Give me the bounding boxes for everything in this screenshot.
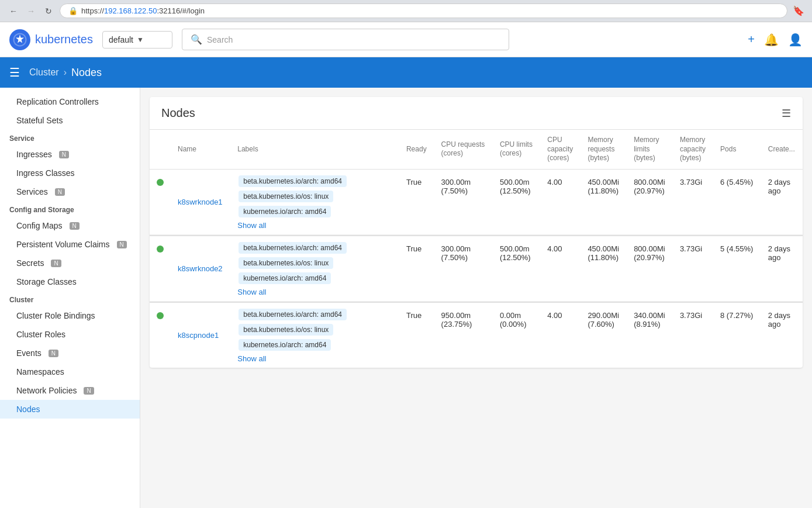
menu-icon[interactable]: ☰ (9, 65, 20, 80)
url-host: 192.168.122.50 (104, 6, 157, 15)
sidebar-label: Storage Classes (16, 277, 77, 286)
sidebar-badge-config-maps: N (70, 222, 80, 230)
memory-capacity-cell: 3.73Gi (673, 169, 713, 234)
cpu-requests-cell: 300.00m (7.50%) (434, 169, 493, 234)
sidebar-item-cluster-role-bindings[interactable]: Cluster Role Bindings (0, 306, 140, 325)
sidebar-item-ingress-classes[interactable]: Ingress Classes (0, 164, 140, 182)
sidebar-label: Events (16, 348, 42, 358)
label-chip: beta.kubernetes.io/arch: amd64 (239, 242, 347, 254)
status-cell (150, 302, 171, 368)
name-cell: k8swrknode1 (171, 169, 230, 234)
cpu-requests-cell: 300.00m (7.50%) (434, 236, 493, 302)
node-name-link[interactable]: k8scpnode1 (178, 331, 219, 340)
label-chip: beta.kubernetes.io/arch: amd64 (239, 309, 347, 320)
search-placeholder: Search (207, 35, 233, 44)
sidebar-label: Services (16, 187, 48, 196)
label-chip: beta.kubernetes.io/os: linux (239, 191, 333, 202)
user-account-icon[interactable]: 👤 (788, 33, 803, 47)
url-text: https://192.168.122.50:32116/#/login (81, 6, 205, 15)
url-bar[interactable]: 🔒 https://192.168.122.50:32116/#/login (60, 4, 787, 18)
lock-icon: 🔒 (68, 6, 78, 15)
sidebar-item-persistent-volume-claims[interactable]: Persistent Volume Claims N (0, 235, 140, 254)
filter-icon[interactable]: ☰ (782, 107, 791, 120)
col-cpu-capacity: CPUcapacity(cores) (540, 130, 581, 169)
sidebar-label: Network Policies (16, 386, 77, 395)
sidebar-item-network-policies[interactable]: Network Policies N (0, 381, 140, 400)
sidebar-badge-secrets: N (51, 260, 61, 267)
sidebar-label: Replication Controllers (16, 97, 99, 106)
sidebar-item-replication-controllers[interactable]: Replication Controllers (0, 92, 140, 111)
created-cell: 2 days ago (761, 236, 803, 302)
breadcrumb-bar: ☰ Cluster › Nodes (0, 57, 812, 88)
sidebar-item-cluster-roles[interactable]: Cluster Roles (0, 325, 140, 344)
pods-cell: 8 (7.27%) (713, 302, 761, 368)
bookmark-icon[interactable]: 🔖 (792, 5, 805, 18)
sidebar-item-storage-classes[interactable]: Storage Classes (0, 272, 140, 291)
notification-bell-icon[interactable]: 🔔 (764, 33, 779, 47)
namespace-selector[interactable]: default ▼ (102, 31, 172, 49)
memory-capacity-cell: 3.73Gi (673, 302, 713, 368)
col-pods: Pods (713, 130, 761, 169)
breadcrumb-current: Nodes (71, 67, 102, 79)
sidebar-label: Persistent Volume Claims (16, 240, 110, 249)
memory-requests-cell: 290.00Mi (7.60%) (581, 302, 627, 368)
node-name-link[interactable]: k8swrknode2 (178, 264, 223, 273)
app-logo-text: kubernetes (35, 33, 93, 46)
show-all-link[interactable]: Show all (237, 288, 392, 296)
sidebar-item-ingresses[interactable]: Ingresses N (0, 145, 140, 164)
sidebar-label: Config Maps (16, 221, 63, 230)
show-all-link[interactable]: Show all (237, 354, 392, 363)
status-dot (157, 246, 164, 253)
memory-limits-cell: 340.00Mi (8.91%) (627, 302, 673, 368)
sidebar-section-cluster: Cluster (0, 291, 140, 306)
sidebar-item-nodes[interactable]: Nodes (0, 400, 140, 419)
breadcrumb-parent[interactable]: Cluster (29, 67, 59, 78)
name-cell: k8swrknode2 (171, 236, 230, 302)
sidebar-label: Cluster Roles (16, 330, 65, 339)
sidebar-item-stateful-sets[interactable]: Stateful Sets (0, 111, 140, 130)
namespace-arrow-icon: ▼ (137, 36, 144, 44)
search-bar[interactable]: 🔍 Search (182, 29, 509, 50)
forward-button[interactable]: → (25, 5, 37, 18)
sidebar-item-config-maps[interactable]: Config Maps N (0, 216, 140, 235)
app-header: kubernetes default ▼ 🔍 Search + 🔔 👤 (0, 22, 812, 57)
sidebar-label: Cluster Role Bindings (16, 311, 95, 320)
col-name: Name (171, 130, 230, 169)
ready-cell: True (399, 169, 434, 234)
main-layout: Replication Controllers Stateful Sets Se… (0, 88, 812, 508)
col-memory-limits: Memorylimits(bytes) (627, 130, 673, 169)
back-button[interactable]: ← (7, 5, 20, 18)
nodes-table: Name Labels Ready CPU requests(cores) CP… (150, 130, 803, 368)
name-cell: k8scpnode1 (171, 302, 230, 368)
labels-cell: beta.kubernetes.io/arch: amd64beta.kuber… (230, 236, 399, 302)
sidebar-item-namespaces[interactable]: Namespaces (0, 362, 140, 381)
sidebar-badge-pvc: N (117, 241, 127, 248)
sidebar-badge-ingresses: N (59, 151, 69, 158)
labels-cell: beta.kubernetes.io/arch: amd64beta.kuber… (230, 169, 399, 234)
sidebar-item-secrets[interactable]: Secrets N (0, 254, 140, 272)
app-logo[interactable]: kubernetes (9, 29, 93, 50)
node-name-link[interactable]: k8swrknode1 (178, 198, 223, 206)
sidebar-item-services[interactable]: Services N (0, 182, 140, 201)
memory-limits-cell: 800.00Mi (20.97%) (627, 169, 673, 234)
show-all-link[interactable]: Show all (237, 221, 392, 230)
label-chip: kubernetes.io/arch: amd64 (239, 339, 331, 351)
sidebar-label: Ingresses (16, 150, 52, 159)
sidebar-section-service: Service (0, 130, 140, 145)
status-dot (157, 179, 164, 186)
label-chip: beta.kubernetes.io/arch: amd64 (239, 175, 347, 187)
kubernetes-logo-icon (9, 29, 30, 50)
label-chip: beta.kubernetes.io/os: linux (239, 257, 333, 269)
memory-requests-cell: 450.00Mi (11.80%) (581, 169, 627, 234)
cpu-limits-cell: 500.00m (12.50%) (493, 169, 540, 234)
memory-requests-cell: 450.00Mi (11.80%) (581, 236, 627, 302)
table-row: k8swrknode1beta.kubernetes.io/arch: amd6… (150, 169, 803, 234)
sidebar-badge-events: N (49, 350, 58, 357)
sidebar: Replication Controllers Stateful Sets Se… (0, 88, 140, 508)
refresh-button[interactable]: ↻ (42, 5, 55, 18)
sidebar-item-events[interactable]: Events N (0, 344, 140, 362)
col-ready: Ready (399, 130, 434, 169)
add-icon[interactable]: + (748, 33, 755, 46)
ready-cell: True (399, 302, 434, 368)
col-memory-requests: Memoryrequests(bytes) (581, 130, 627, 169)
